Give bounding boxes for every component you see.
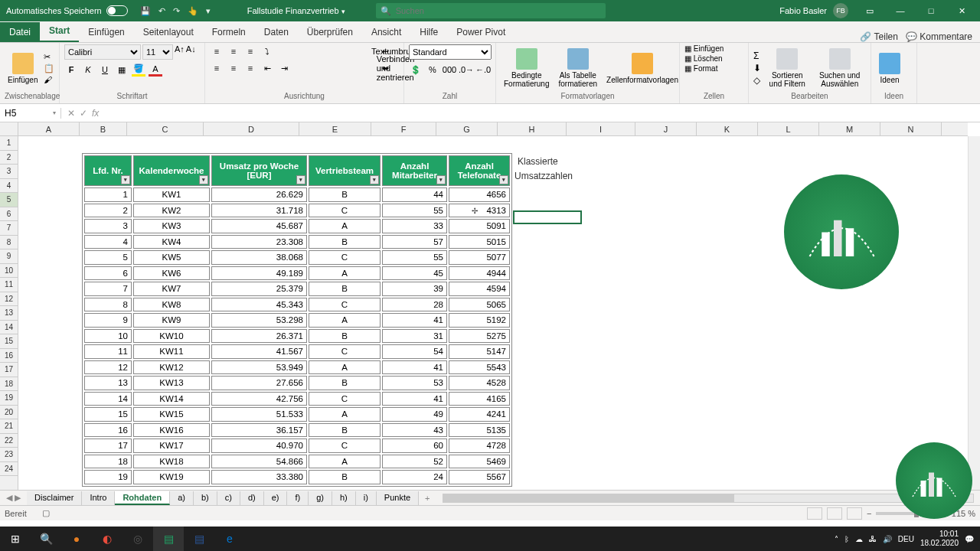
border-button[interactable]: ▦: [115, 63, 129, 77]
tray-network-icon[interactable]: 🖧: [869, 535, 877, 543]
increase-decimal-icon[interactable]: .0→: [459, 63, 473, 77]
table-cell[interactable]: KW17: [133, 439, 210, 453]
table-row[interactable]: 4KW423.308B575015: [84, 235, 510, 249]
table-cell[interactable]: 5015: [449, 235, 510, 249]
col-header-E[interactable]: E: [299, 122, 371, 135]
undo-icon[interactable]: ↶: [158, 6, 165, 16]
table-cell[interactable]: B: [309, 376, 381, 390]
row-header-14[interactable]: 14: [0, 321, 18, 335]
table-header[interactable]: Vertriebsteam▾: [309, 155, 381, 186]
table-row[interactable]: 13KW1327.656B534528: [84, 376, 510, 390]
col-header-F[interactable]: F: [371, 122, 436, 135]
tab-daten[interactable]: Daten: [255, 22, 298, 42]
table-row[interactable]: 9KW953.298A415192: [84, 313, 510, 328]
table-cell[interactable]: B: [309, 470, 381, 484]
user-name[interactable]: Fabio Basler: [779, 6, 827, 15]
table-row[interactable]: 5KW538.068C555077: [84, 250, 510, 265]
row-header-20[interactable]: 20: [0, 406, 18, 420]
table-cell[interactable]: 16: [84, 423, 132, 438]
filter-icon[interactable]: ▾: [296, 175, 305, 184]
table-header[interactable]: Lfd. Nr.▾: [84, 155, 132, 186]
table-header[interactable]: Anzahl Telefonate▾: [449, 155, 510, 186]
table-cell[interactable]: A: [309, 219, 381, 233]
sheet-tab[interactable]: c): [217, 491, 240, 505]
col-header-B[interactable]: B: [80, 122, 127, 135]
increase-font-icon[interactable]: A↑: [175, 44, 185, 60]
sheet-tab[interactable]: Disclaimer: [27, 491, 82, 505]
enter-formula-icon[interactable]: ✓: [80, 108, 87, 119]
sheet-tab[interactable]: e): [264, 491, 288, 505]
macro-record-icon[interactable]: ▢: [42, 508, 50, 518]
row-header-12[interactable]: 12: [0, 292, 18, 307]
row-header-10[interactable]: 10: [0, 264, 18, 279]
row-header-9[interactable]: 9: [0, 249, 18, 264]
row-header-17[interactable]: 17: [0, 363, 18, 377]
table-cell[interactable]: 53.298: [211, 313, 307, 328]
avatar[interactable]: FB: [833, 3, 848, 18]
table-cell[interactable]: B: [309, 187, 381, 202]
table-row[interactable]: 2KW231.718C554313: [84, 204, 510, 218]
col-header-L[interactable]: L: [758, 122, 819, 135]
table-cell[interactable]: KW7: [133, 282, 210, 296]
table-cell[interactable]: 11: [84, 344, 132, 359]
table-cell[interactable]: KW9: [133, 313, 210, 328]
table-cell[interactable]: 5275: [449, 329, 510, 344]
sheet-tab[interactable]: Rohdaten: [115, 491, 170, 505]
row-header-16[interactable]: 16: [0, 349, 18, 364]
tab-formeln[interactable]: Formeln: [203, 22, 255, 42]
table-cell[interactable]: 4528: [449, 376, 510, 390]
add-sheet-button[interactable]: +: [419, 494, 436, 503]
tray-volume-icon[interactable]: 🔊: [883, 535, 892, 543]
table-cell[interactable]: 28: [382, 298, 447, 312]
table-cell[interactable]: KW1: [133, 187, 210, 202]
col-header-M[interactable]: M: [819, 122, 880, 135]
sheet-tab[interactable]: i): [356, 491, 377, 505]
table-row[interactable]: 12KW1253.949A415543: [84, 360, 510, 375]
table-row[interactable]: 19KW1933.380B245567: [84, 470, 510, 484]
comma-icon[interactable]: 000: [443, 63, 456, 77]
row-header-1[interactable]: 1: [0, 136, 18, 151]
table-cell[interactable]: 5192: [449, 313, 510, 328]
align-center-icon[interactable]: ≡: [227, 61, 240, 75]
table-cell[interactable]: 4944: [449, 266, 510, 281]
format-painter-icon[interactable]: 🖌: [44, 75, 54, 84]
row-header-22[interactable]: 22: [0, 434, 18, 448]
word-task-icon[interactable]: ▤: [184, 527, 214, 551]
table-cell[interactable]: 5567: [449, 470, 510, 484]
table-cell[interactable]: 41.567: [211, 344, 307, 359]
row-header-7[interactable]: 7: [0, 221, 18, 236]
tab-ueberpruefen[interactable]: Überprüfen: [298, 22, 362, 42]
sheet-tab[interactable]: b): [194, 491, 217, 505]
outdent-icon[interactable]: ⇤: [260, 61, 274, 75]
ribbon-display-icon[interactable]: ▭: [854, 0, 885, 21]
table-cell[interactable]: 53: [382, 376, 447, 390]
sheet-tab[interactable]: h): [332, 491, 356, 505]
table-cell[interactable]: 42.756: [211, 392, 307, 406]
table-cell[interactable]: 41: [382, 360, 447, 375]
minimize-icon[interactable]: —: [885, 0, 916, 21]
table-cell[interactable]: 54.866: [211, 455, 307, 469]
sheet-nav-prev[interactable]: ◀ ▶: [0, 493, 27, 503]
table-cell[interactable]: 5543: [449, 360, 510, 375]
bold-button[interactable]: F: [64, 63, 78, 77]
table-cell[interactable]: 43: [382, 423, 447, 438]
table-cell[interactable]: 53.949: [211, 360, 307, 375]
table-cell[interactable]: 4165: [449, 392, 510, 406]
tab-hilfe[interactable]: Hilfe: [410, 22, 447, 42]
start-button[interactable]: ⊞: [0, 527, 31, 551]
table-cell[interactable]: 4656: [449, 187, 510, 202]
table-cell[interactable]: 52: [382, 455, 447, 469]
table-cell[interactable]: KW2: [133, 204, 210, 218]
table-cell[interactable]: KW10: [133, 329, 210, 344]
touch-mode-icon[interactable]: 👆: [188, 6, 198, 16]
tab-einfuegen[interactable]: Einfügen: [79, 22, 133, 42]
align-left-icon[interactable]: ≡: [210, 61, 224, 75]
currency-icon[interactable]: 💲: [409, 63, 423, 77]
number-format-select[interactable]: Standard: [409, 44, 492, 60]
share-button[interactable]: 🔗 Teilen: [860, 31, 897, 42]
table-cell[interactable]: C: [309, 204, 381, 218]
page-break-view-button[interactable]: [847, 507, 862, 520]
select-all-corner[interactable]: [0, 122, 18, 136]
table-cell[interactable]: 4241: [449, 407, 510, 422]
table-cell[interactable]: 17: [84, 439, 132, 453]
